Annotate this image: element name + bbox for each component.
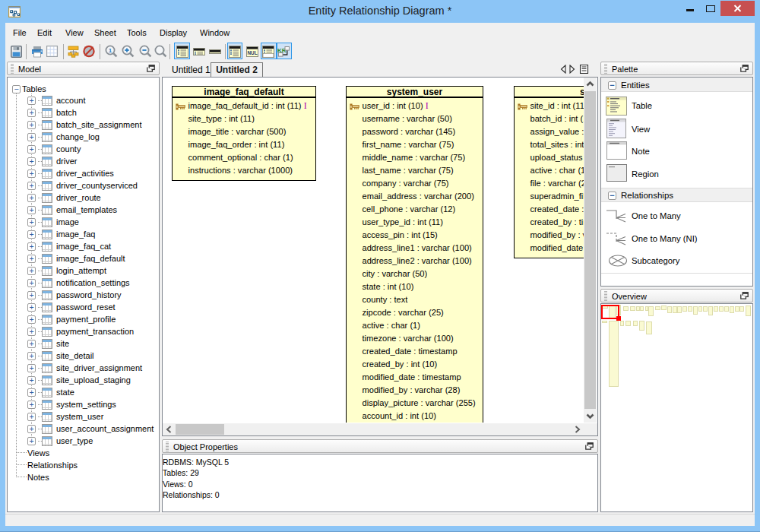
svg-text:1: 1	[109, 47, 112, 54]
svg-text:NUL: NUL	[247, 50, 257, 55]
